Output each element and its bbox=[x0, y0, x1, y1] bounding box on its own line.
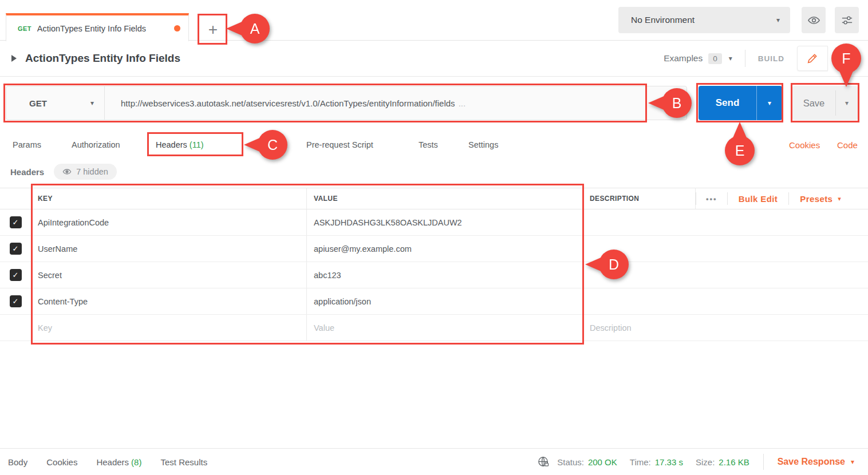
tab-pre-request-script[interactable]: Pre-request Script bbox=[306, 140, 373, 149]
row-checkbox[interactable]: ✓ bbox=[10, 216, 22, 228]
collapse-caret-icon[interactable] bbox=[11, 55, 17, 62]
key-cell[interactable]: Secret bbox=[31, 262, 307, 288]
time-value: 17.33 s bbox=[655, 457, 683, 467]
description-cell[interactable] bbox=[583, 236, 696, 262]
hidden-headers-toggle[interactable]: 7 hidden bbox=[54, 164, 117, 180]
chevron-down-icon: ▾ bbox=[776, 17, 780, 23]
save-options-caret[interactable]: ▾ bbox=[836, 86, 858, 120]
row-checkbox[interactable]: ✓ bbox=[10, 295, 22, 307]
key-cell[interactable]: Content-Type bbox=[31, 288, 307, 314]
save-button[interactable]: Save ▾ bbox=[792, 86, 858, 120]
pencil-icon bbox=[806, 52, 819, 65]
send-button[interactable]: Send ▾ bbox=[699, 86, 782, 120]
value-column-header: VALUE bbox=[307, 188, 583, 209]
chevron-down-icon[interactable]: ▾ bbox=[729, 55, 732, 62]
hidden-headers-label: 7 hidden bbox=[76, 167, 108, 176]
code-link[interactable]: Code bbox=[837, 140, 858, 150]
save-response-button[interactable]: Save Response ▾ bbox=[778, 457, 854, 467]
key-column-header: KEY bbox=[31, 188, 307, 209]
divider bbox=[745, 50, 745, 67]
response-tab-test-results[interactable]: Test Results bbox=[160, 457, 207, 467]
row-checkbox[interactable]: ✓ bbox=[10, 243, 22, 255]
table-row: ✓ ApiIntegrationCode ASKJDHDASHG3LK58OAS… bbox=[0, 209, 868, 236]
response-bar: Body Cookies Headers(8) Test Results Sta… bbox=[0, 448, 868, 475]
headers-table: KEY VALUE DESCRIPTION ••• Bulk Edit Pres… bbox=[0, 188, 868, 341]
response-tab-cookies[interactable]: Cookies bbox=[46, 457, 77, 467]
key-cell[interactable]: UserName bbox=[31, 236, 307, 262]
check-icon: ✓ bbox=[13, 271, 19, 279]
response-status-area: Status:200 OK Time:17.33 s Size:2.16 KB … bbox=[537, 454, 868, 470]
examples-dropdown[interactable]: Examples bbox=[664, 53, 703, 64]
description-cell[interactable] bbox=[583, 288, 696, 314]
send-button-label[interactable]: Send bbox=[699, 86, 756, 120]
tab-authorization[interactable]: Authorization bbox=[72, 140, 120, 149]
chevron-down-icon: ▾ bbox=[838, 196, 841, 202]
key-cell[interactable]: ApiIntegrationCode bbox=[31, 209, 307, 235]
environment-settings-button[interactable] bbox=[835, 7, 859, 33]
build-mode-label[interactable]: BUILD bbox=[758, 54, 784, 63]
status-label: Status: bbox=[557, 457, 584, 467]
url-input[interactable]: http://webservices3.autotask.net/atservi… bbox=[105, 86, 686, 120]
response-headers-count: (8) bbox=[131, 457, 141, 467]
value-cell[interactable]: ASKJDHDASHG3LK58OASKLJDAUW2 bbox=[307, 209, 583, 235]
check-icon: ✓ bbox=[13, 218, 19, 227]
tab-settings[interactable]: Settings bbox=[468, 140, 498, 149]
tab-headers[interactable]: Headers(11) bbox=[156, 140, 204, 149]
network-globe-lock-icon[interactable] bbox=[537, 456, 550, 469]
sliders-icon bbox=[841, 14, 854, 27]
presets-dropdown[interactable]: Presets ▾ bbox=[789, 194, 852, 204]
chevron-down-icon: ▾ bbox=[851, 458, 854, 465]
value-cell[interactable]: apiuser@my.example.com bbox=[307, 236, 583, 262]
unsaved-changes-dot-icon bbox=[174, 25, 180, 31]
examples-count-badge: 0 bbox=[708, 53, 722, 64]
value-cell[interactable]: application/json bbox=[307, 288, 583, 314]
tab-body[interactable]: Body bbox=[252, 140, 271, 149]
edit-mode-button[interactable] bbox=[797, 46, 828, 71]
size-value: 2.16 KB bbox=[719, 457, 749, 467]
environment-select[interactable]: No Environment ▾ bbox=[618, 7, 790, 33]
tab-params[interactable]: Params bbox=[13, 140, 41, 149]
cookies-link[interactable]: Cookies bbox=[789, 140, 820, 150]
table-row: ✓ UserName apiuser@my.example.com bbox=[0, 236, 868, 262]
table-actions: ••• Bulk Edit Presets ▾ bbox=[696, 188, 868, 209]
title-actions: Examples 0 ▾ BUILD bbox=[664, 46, 828, 71]
url-text: http://webservices3.autotask.net/atservi… bbox=[121, 98, 455, 108]
method-select[interactable]: GET ▾ bbox=[6, 86, 105, 120]
tab-title: ActionTypes Entity Info Fields bbox=[37, 24, 146, 33]
select-all-column bbox=[0, 188, 31, 209]
method-badge: GET bbox=[18, 25, 31, 32]
method-select-value: GET bbox=[29, 98, 47, 108]
response-tab-body[interactable]: Body bbox=[8, 457, 27, 467]
headers-count: (11) bbox=[190, 140, 204, 149]
bulk-edit-link[interactable]: Bulk Edit bbox=[728, 194, 789, 204]
plus-icon: + bbox=[208, 21, 218, 39]
response-tab-headers[interactable]: Headers(8) bbox=[96, 457, 141, 467]
table-row: ✓ Secret abc123 bbox=[0, 262, 868, 288]
response-tabs: Body Cookies Headers(8) Test Results bbox=[0, 457, 207, 467]
value-cell[interactable]: abc123 bbox=[307, 262, 583, 288]
description-cell[interactable] bbox=[583, 262, 696, 288]
headers-table-head: KEY VALUE DESCRIPTION ••• Bulk Edit Pres… bbox=[0, 188, 868, 209]
url-bar: GET ▾ http://webservices3.autotask.net/a… bbox=[6, 86, 687, 120]
save-button-label[interactable]: Save bbox=[792, 86, 835, 120]
description-cell[interactable] bbox=[583, 209, 696, 235]
send-options-caret[interactable]: ▾ bbox=[757, 86, 782, 120]
eye-icon bbox=[62, 167, 72, 176]
page-title: ActionTypes Entity Info Fields bbox=[25, 52, 180, 65]
headers-section-label: Headers bbox=[10, 167, 44, 177]
environment-quick-look-button[interactable] bbox=[802, 7, 826, 33]
new-tab-button[interactable]: + bbox=[201, 18, 225, 42]
time-label: Time: bbox=[630, 457, 651, 467]
request-title-row: ActionTypes Entity Info Fields Examples … bbox=[0, 41, 868, 77]
description-input-placeholder[interactable]: Description bbox=[583, 315, 696, 341]
size-label: Size: bbox=[696, 457, 715, 467]
request-tab[interactable]: GET ActionTypes Entity Info Fields bbox=[6, 13, 189, 41]
request-tabs: Params Authorization Headers(11) Body Pr… bbox=[0, 132, 868, 158]
value-input-placeholder[interactable]: Value bbox=[307, 315, 583, 341]
row-checkbox[interactable]: ✓ bbox=[10, 269, 22, 281]
tab-tests[interactable]: Tests bbox=[419, 140, 438, 149]
key-input-placeholder[interactable]: Key bbox=[31, 315, 307, 341]
more-options-icon[interactable]: ••• bbox=[696, 195, 727, 203]
description-column-header: DESCRIPTION bbox=[583, 188, 696, 209]
environment-select-value: No Environment bbox=[631, 15, 695, 25]
